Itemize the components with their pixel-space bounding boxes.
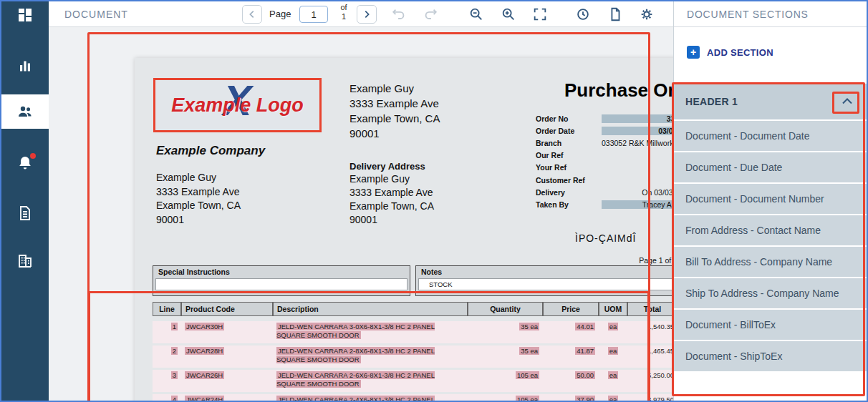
cell-qty: 105 ea xyxy=(468,394,543,402)
plus-icon: + xyxy=(687,46,700,59)
app-window: DOCUMENT Page of1 xyxy=(0,0,868,402)
cell-price-text: 44.01 xyxy=(575,323,595,330)
fullscreen-icon[interactable] xyxy=(532,6,548,22)
page-number-input[interactable] xyxy=(299,6,328,23)
cell-uom-text: ea xyxy=(608,371,619,379)
delivery-address-label: Delivery Address xyxy=(349,161,425,172)
cell-code-text: JWCAR30H xyxy=(185,323,224,330)
document-icon xyxy=(16,205,34,222)
cell-line: 4 xyxy=(153,394,181,402)
prev-page-button[interactable] xyxy=(242,5,262,24)
zoom-in-icon[interactable] xyxy=(501,6,516,22)
document-sections-panel: DOCUMENT SECTIONS + ADD SECTION HEADER 1… xyxy=(673,1,868,401)
items-header-cell: Price xyxy=(543,302,599,316)
po-field-label: Customer Ref xyxy=(536,176,602,185)
address-line: 3333 Example Ave xyxy=(349,96,440,111)
section-item[interactable]: Document - Document Date xyxy=(674,121,868,151)
cell-desc: JELD-WEN CARRARA 2-4X6-8X1-3/8 HC 2 PANE… xyxy=(273,394,468,402)
cell-desc-text: JELD-WEN CARRARA 2-4X6-8X1-3/8 HC 2 PANE… xyxy=(276,396,435,402)
bar-chart-icon xyxy=(16,57,34,74)
line-items-table: LineProduct CodeDescriptionQuantityPrice… xyxy=(153,302,677,402)
section-item[interactable]: Document - ShipToEx xyxy=(674,341,868,371)
cell-uom-text: ea xyxy=(608,347,619,355)
special-instructions-box: Special Instructions xyxy=(153,265,410,296)
po-field-label: Order Date xyxy=(536,127,602,135)
po-field-label: Taken By xyxy=(536,200,602,209)
cell-line-text: 3 xyxy=(171,371,178,379)
sidebar-item-documents[interactable] xyxy=(1,196,49,230)
table-row[interactable]: 1JWCAR30HJELD-WEN CARRARA 3-0X6-8X1-3/8 … xyxy=(153,321,677,343)
add-section-button[interactable]: + ADD SECTION xyxy=(687,46,868,59)
document-preview[interactable]: X Example Logo Example Company Example G… xyxy=(135,58,698,402)
sidebar-item-company[interactable] xyxy=(1,243,49,278)
file-icon[interactable] xyxy=(607,6,623,22)
sidebar-item-notifications[interactable] xyxy=(1,147,49,182)
dashboard-icon[interactable] xyxy=(16,6,34,24)
address-line: 3333 Example Ave xyxy=(156,185,241,200)
company-logo: X Example Logo xyxy=(153,78,322,132)
cell-total: 3,979.50 xyxy=(627,394,677,402)
cell-total: 1,540.35 xyxy=(627,321,677,343)
section-item[interactable]: Bill To Address - Company Name xyxy=(674,247,868,277)
from-address: Example Guy 3333 Example Ave Example Tow… xyxy=(156,171,241,227)
address-line: Example Guy xyxy=(156,171,241,185)
cell-uom-text: ea xyxy=(608,396,619,402)
cell-desc-text: JELD-WEN CARRARA 2-6X6-8X1-3/8 HC 2 PANE… xyxy=(276,371,435,388)
address-line: Example Guy xyxy=(349,172,434,186)
cell-price: 37.90 xyxy=(543,394,599,402)
po-field-row: Order Date03/03/20 xyxy=(536,124,688,137)
section-item[interactable]: Document - BillToEx xyxy=(674,310,868,340)
history-icon[interactable] xyxy=(575,6,591,22)
items-header-cell: Total xyxy=(627,302,677,316)
section-item[interactable]: Document - Due Date xyxy=(674,152,868,182)
cell-qty-text: 35 ea xyxy=(519,323,539,330)
po-field-row: Order No33414 xyxy=(536,112,688,124)
cell-code-text: JWCAR26H xyxy=(185,371,224,379)
undo-icon[interactable] xyxy=(391,6,407,22)
table-row[interactable]: 2JWCAR28HJELD-WEN CARRARA 2-8X6-8X1-3/8 … xyxy=(153,345,677,368)
cell-uom-text: ea xyxy=(608,323,619,330)
cell-desc: JELD-WEN CARRARA 2-6X6-8X1-3/8 HC 2 PANE… xyxy=(273,370,468,392)
next-page-button[interactable] xyxy=(357,5,377,24)
cell-code: JWCAR24H xyxy=(181,394,273,402)
section-item[interactable]: From Address - Contact Name xyxy=(674,215,868,245)
section-item[interactable]: Ship To Address - Company Name xyxy=(674,278,868,308)
table-row[interactable]: 3JWCAR26HJELD-WEN CARRARA 2-6X6-8X1-3/8 … xyxy=(153,370,677,392)
sidebar-item-analytics[interactable] xyxy=(1,49,49,83)
table-row[interactable]: 4JWCAR24HJELD-WEN CARRARA 2-4X6-8X1-3/8 … xyxy=(153,394,677,402)
cell-line: 1 xyxy=(153,321,181,343)
items-table-body: 1JWCAR30HJELD-WEN CARRARA 3-0X6-8X1-3/8 … xyxy=(153,321,677,402)
cell-desc-text: JELD-WEN CARRARA 3-0X6-8X1-3/8 HC 2 PANE… xyxy=(276,323,435,339)
zoom-out-icon[interactable] xyxy=(468,6,484,22)
page-total: of1 xyxy=(334,3,353,21)
sidebar-item-contacts[interactable] xyxy=(1,94,49,129)
cell-qty: 105 ea xyxy=(468,370,543,392)
cell-price: 44.01 xyxy=(543,321,599,343)
special-instructions-label: Special Instructions xyxy=(153,266,410,278)
chevron-left-icon xyxy=(247,9,257,19)
notes-value: STOCK xyxy=(418,278,675,290)
settings-gear-icon[interactable] xyxy=(639,6,655,22)
section-group-header[interactable]: HEADER 1 xyxy=(674,84,868,119)
barcode-text: ÌPO-ÇAIMdÎ xyxy=(575,232,636,244)
items-header-cell: Description xyxy=(273,302,468,316)
cell-code-text: JWCAR24H xyxy=(185,396,224,402)
people-icon xyxy=(16,103,34,120)
page-title: DOCUMENT xyxy=(64,9,128,20)
po-field-row: Taken ByTracey Austin xyxy=(536,198,688,210)
po-field-label: Our Ref xyxy=(536,151,602,160)
redo-icon[interactable] xyxy=(423,6,438,22)
company-name: Example Company xyxy=(156,144,265,158)
chevron-up-icon[interactable] xyxy=(839,94,855,109)
cell-code: JWCAR30H xyxy=(181,321,273,343)
page-label: Page xyxy=(269,9,291,19)
po-field-row: Your Ref xyxy=(536,162,688,174)
sidebar xyxy=(1,1,49,401)
cell-total: 5,250.00 xyxy=(627,370,677,392)
cell-total-text: 1,540.35 xyxy=(647,323,674,330)
cell-line-text: 2 xyxy=(171,347,178,355)
items-table-header: LineProduct CodeDescriptionQuantityPrice… xyxy=(153,302,677,316)
section-item[interactable]: Document - Document Number xyxy=(674,184,868,214)
cell-price-text: 50.00 xyxy=(575,371,595,379)
cell-qty: 35 ea xyxy=(468,321,543,343)
